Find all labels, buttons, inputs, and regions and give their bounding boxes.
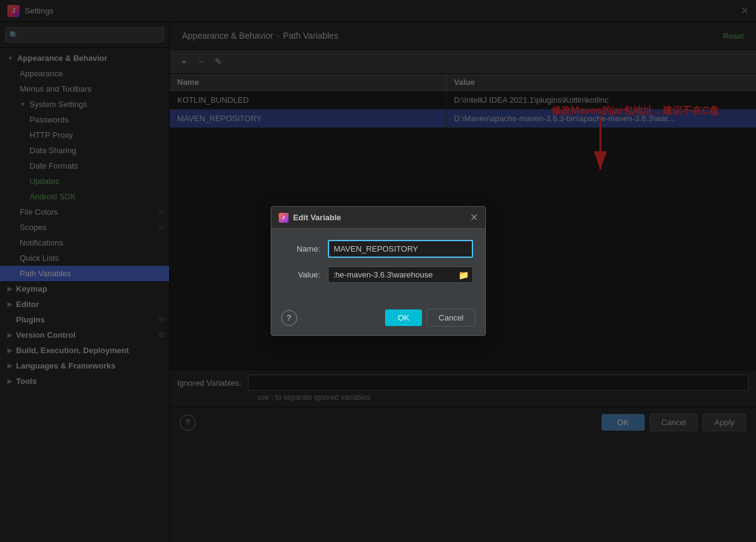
value-wrapper: 📁 xyxy=(328,266,473,283)
name-field-row: Name: xyxy=(284,240,473,258)
browse-button[interactable]: 📁 xyxy=(455,268,472,282)
dialog-ok-button[interactable]: OK xyxy=(385,309,422,326)
dialog-body: Name: Value: 📁 xyxy=(271,229,485,303)
edit-variable-dialog: J Edit Variable ✕ Name: Value: 📁 ? OK Ca… xyxy=(271,206,486,336)
dialog-cancel-button[interactable]: Cancel xyxy=(427,309,475,327)
dialog-help-button[interactable]: ? xyxy=(281,310,297,326)
name-input[interactable] xyxy=(328,240,473,258)
name-label: Name: xyxy=(284,244,320,253)
dialog-app-icon: J xyxy=(279,213,288,223)
value-input[interactable] xyxy=(328,267,455,282)
dialog-overlay: J Edit Variable ✕ Name: Value: 📁 ? OK Ca… xyxy=(0,0,756,542)
value-label: Value: xyxy=(284,270,320,279)
dialog-footer: ? OK Cancel xyxy=(271,303,485,335)
dialog-title: Edit Variable xyxy=(293,213,470,222)
dialog-titlebar: J Edit Variable ✕ xyxy=(271,207,485,229)
dialog-close-button[interactable]: ✕ xyxy=(470,212,478,223)
value-field-row: Value: 📁 xyxy=(284,266,473,283)
